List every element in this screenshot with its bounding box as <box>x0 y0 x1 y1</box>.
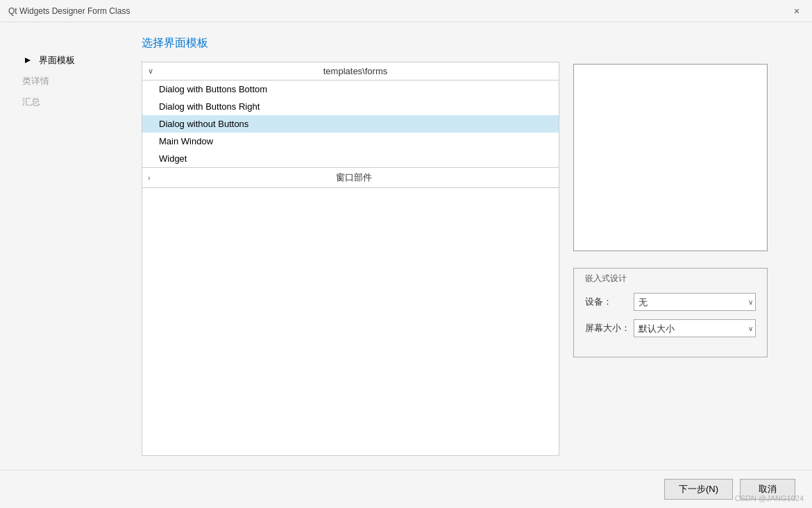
device-select-wrapper: 无 ∨ <box>634 293 756 311</box>
dialog-container: Qt Widgets Designer Form Class × 界面模板 类详… <box>0 0 812 508</box>
device-row: 设备： 无 ∨ <box>585 293 756 311</box>
next-button[interactable]: 下一步(N) <box>664 479 733 500</box>
empty-section <box>142 188 559 327</box>
embedded-design-title: 嵌入式设计 <box>585 273 756 285</box>
bottom-bar: 下一步(N) 取消 <box>0 470 812 508</box>
list-item[interactable]: Dialog with Buttons Right <box>142 98 559 115</box>
list-item[interactable]: Dialog with Buttons Bottom <box>142 81 559 98</box>
section-title: 选择界面模板 <box>142 36 559 51</box>
dialog-title: Qt Widgets Designer Form Class <box>8 6 130 16</box>
embedded-design-group: 嵌入式设计 设备： 无 ∨ 屏幕大小： 默认大小 <box>573 268 768 357</box>
sidebar-item-interface-template[interactable]: 界面模板 <box>17 50 128 71</box>
sidebar-item-label: 类详情 <box>22 75 49 87</box>
watermark: CSDN @JANG1024 <box>735 494 804 502</box>
screen-size-select-wrapper: 默认大小 ∨ <box>634 319 756 337</box>
screen-size-select[interactable]: 默认大小 <box>634 319 756 337</box>
screen-size-row: 屏幕大小： 默认大小 ∨ <box>585 319 756 337</box>
sidebar-item-label: 界面模板 <box>39 54 75 67</box>
sidebar-item-class-details[interactable]: 类详情 <box>17 71 128 92</box>
chevron-right-icon: › <box>148 173 151 182</box>
main-content: 界面模板 类详情 汇总 选择界面模板 ∨ templates\forms Dia… <box>0 22 812 470</box>
group1-header[interactable]: ∨ templates\forms <box>142 62 559 81</box>
arrow-icon <box>22 55 33 66</box>
group1-label: templates\forms <box>158 66 553 76</box>
list-item-dialog-without-buttons[interactable]: Dialog without Buttons <box>142 115 559 133</box>
top-bar: Qt Widgets Designer Form Class × <box>0 0 812 22</box>
device-label: 设备： <box>585 296 634 308</box>
group2-header[interactable]: › 窗口部件 <box>142 167 559 188</box>
close-button[interactable]: × <box>790 4 804 18</box>
sidebar: 界面模板 类详情 汇总 <box>17 36 128 456</box>
right-panel: 嵌入式设计 设备： 无 ∨ 屏幕大小： 默认大小 <box>573 36 795 456</box>
screen-size-label: 屏幕大小： <box>585 322 634 335</box>
sidebar-item-summary[interactable]: 汇总 <box>17 92 128 112</box>
template-list: ∨ templates\forms Dialog with Buttons Bo… <box>142 62 559 456</box>
svg-marker-0 <box>25 58 31 63</box>
list-item[interactable]: Widget <box>142 150 559 167</box>
chevron-down-icon: ∨ <box>148 67 153 76</box>
center-panel: 选择界面模板 ∨ templates\forms Dialog with But… <box>128 36 573 456</box>
sidebar-item-label: 汇总 <box>22 96 40 108</box>
list-item[interactable]: Main Window <box>142 133 559 150</box>
preview-box <box>573 64 768 251</box>
group2-label: 窗口部件 <box>155 171 553 184</box>
device-select[interactable]: 无 <box>634 293 756 311</box>
